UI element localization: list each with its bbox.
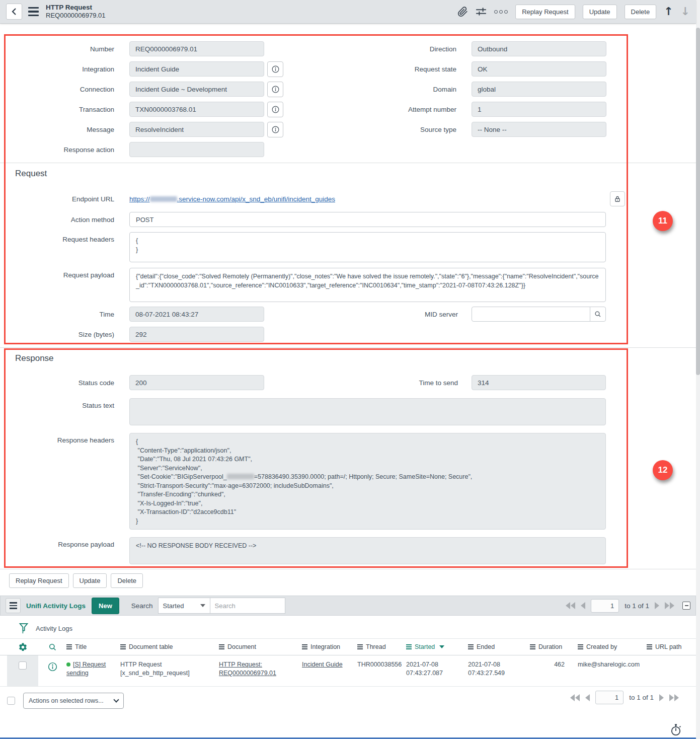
field-source-type: Source type -- None -- (342, 122, 606, 137)
attachment-icon[interactable] (457, 7, 468, 17)
scroll-up-icon[interactable]: ↑ (664, 6, 673, 17)
mid-server-group (472, 307, 606, 322)
collapse-list-button[interactable] (682, 602, 690, 610)
back-button[interactable] (6, 4, 22, 20)
replay-request-button[interactable]: Replay Request (515, 5, 575, 19)
column-header-title[interactable]: Title (66, 643, 120, 650)
annotation-badge-12: 12 (653, 460, 673, 480)
first-page-button[interactable] (570, 694, 580, 701)
info-icon (271, 125, 280, 134)
next-page-button[interactable] (659, 694, 664, 701)
list-settings-cell (7, 642, 38, 652)
mid-server-input[interactable] (472, 307, 590, 322)
integration-info-button[interactable] (267, 61, 283, 77)
column-menu-icon[interactable] (578, 644, 583, 649)
endpoint-url-link[interactable]: https://.service-now.com/api/x_snd_eb/un… (129, 195, 335, 203)
row-checkbox[interactable] (19, 661, 27, 670)
new-button[interactable]: New (92, 598, 119, 614)
filter-icon[interactable] (18, 622, 29, 634)
page: HTTP Request REQ0000006979.01 Replay Req… (0, 0, 700, 739)
context-menu-icon[interactable] (28, 7, 39, 16)
list-title[interactable]: Unifi Activity Logs (26, 602, 86, 610)
search-field-value: Started (163, 602, 184, 610)
vertical-scrollbar[interactable] (696, 0, 700, 739)
last-page-button[interactable] (669, 694, 679, 701)
list-search-input[interactable] (210, 598, 285, 614)
field-label: Connection (0, 86, 129, 93)
previous-page-button[interactable] (585, 694, 590, 701)
column-menu-icon[interactable] (468, 644, 474, 649)
field-label: Status text (0, 398, 129, 409)
actions-select[interactable]: Actions on selected rows... (23, 693, 124, 709)
scroll-down-icon[interactable]: ↓ (681, 6, 690, 17)
column-header-document[interactable]: Document (219, 643, 302, 650)
update-button[interactable]: Update (583, 5, 617, 19)
field-action-method: Action method POST (0, 212, 696, 227)
list-context-menu-icon[interactable] (6, 598, 21, 613)
scrollbar-thumb[interactable] (696, 28, 700, 375)
time-to-send-field: 314 (472, 375, 606, 390)
activity-log-link[interactable]: [S] Request sending (66, 661, 106, 677)
column-header-duration[interactable]: Duration (530, 643, 568, 650)
status-text-field (129, 398, 606, 425)
delete-button-footer[interactable]: Delete (111, 573, 143, 588)
column-header-url-path[interactable]: URL path (637, 643, 687, 650)
response-time-icon[interactable] (669, 723, 682, 739)
column-menu-icon[interactable] (406, 644, 412, 649)
document-link[interactable]: HTTP Request: REQ0000006979.01 (219, 660, 276, 678)
page-number-input[interactable] (591, 599, 619, 613)
column-menu-icon[interactable] (66, 644, 72, 649)
column-menu-icon[interactable] (219, 644, 224, 649)
action-method-input[interactable]: POST (129, 212, 606, 227)
field-time-and-mid: Time 08-07-2021 08:43:27 MID server (0, 307, 696, 322)
personalize-form-icon[interactable] (476, 7, 487, 17)
breadcrumb-label[interactable]: Activity Logs (36, 625, 72, 632)
column-menu-icon[interactable] (647, 644, 652, 649)
next-page-button[interactable] (655, 602, 659, 609)
last-page-button[interactable] (665, 602, 674, 609)
more-options-icon[interactable] (494, 10, 508, 14)
field-request-headers: Request headers { } (0, 232, 696, 262)
record-preview-icon[interactable] (47, 661, 58, 672)
column-header-ended[interactable]: Ended (468, 643, 530, 650)
request-payload-input[interactable]: {"detail":{"close_code":"Solved Remotely… (129, 268, 606, 302)
first-page-button[interactable] (566, 602, 575, 609)
gear-icon[interactable] (18, 642, 28, 652)
field-label: Response payload (0, 537, 129, 548)
column-header-created-by[interactable]: Created by (568, 643, 637, 650)
delete-button[interactable]: Delete (625, 5, 657, 19)
column-header-thread[interactable]: Thread (357, 643, 406, 650)
mid-server-lookup-button[interactable] (590, 307, 606, 322)
column-menu-icon[interactable] (302, 644, 307, 649)
column-header-started[interactable]: Started (406, 643, 468, 650)
field-label: Action method (0, 216, 129, 224)
column-header-integration[interactable]: Integration (302, 643, 357, 650)
search-field-select[interactable]: Started (158, 598, 210, 614)
form-header-bar: HTTP Request REQ0000006979.01 Replay Req… (0, 0, 696, 24)
update-button-footer[interactable]: Update (73, 573, 107, 588)
field-label: Status code (0, 379, 129, 387)
select-all-checkbox[interactable] (7, 697, 15, 705)
previous-page-button[interactable] (581, 602, 585, 609)
column-menu-icon[interactable] (357, 644, 363, 649)
column-menu-icon[interactable] (120, 644, 126, 649)
column-menu-icon[interactable] (530, 644, 535, 649)
field-connection: Connection Incident Guide ~ Development (0, 82, 283, 97)
response-section: Response Status code 200 Time to send 31… (0, 347, 696, 564)
transaction-info-button[interactable] (267, 102, 283, 117)
message-info-button[interactable] (267, 122, 283, 137)
field-label: Request headers (0, 232, 129, 243)
list-pagination-top: to 1 of 1 (566, 599, 690, 613)
unlock-endpoint-button[interactable] (610, 191, 625, 206)
search-icon[interactable] (48, 642, 57, 652)
field-label: Integration (0, 65, 129, 73)
table-row: [S] Request sending HTTP Request [x_snd_… (0, 655, 696, 687)
replay-request-button-footer[interactable]: Replay Request (9, 573, 69, 588)
connection-info-button[interactable] (267, 82, 283, 97)
integration-link[interactable]: Incident Guide (302, 661, 343, 668)
record-title: HTTP Request REQ0000006979.01 (46, 4, 106, 20)
request-headers-input[interactable]: { } (129, 232, 606, 262)
column-header-document-table[interactable]: Document table (120, 643, 219, 650)
page-number-input[interactable] (595, 691, 624, 704)
field-label: Transaction (0, 106, 129, 113)
